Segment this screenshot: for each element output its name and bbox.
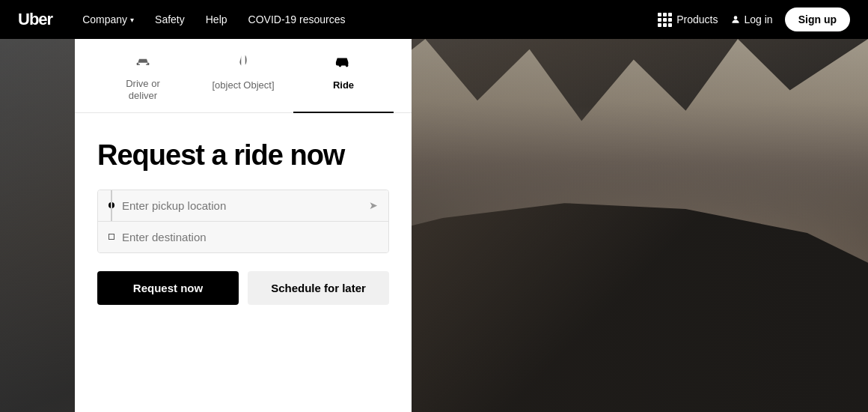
schedule-later-button[interactable]: Schedule for later — [248, 271, 389, 305]
nav-right: Products Log in Sign up — [658, 7, 850, 31]
user-icon — [730, 14, 741, 25]
destination-row[interactable] — [98, 221, 388, 252]
svg-point-0 — [733, 16, 737, 19]
navbar: Uber Company ▾ Safety Help COVID-19 reso… — [0, 0, 868, 39]
nav-products-link[interactable]: Products — [658, 13, 718, 27]
pickup-row[interactable]: ➤ — [98, 190, 388, 221]
nav-signup-button[interactable]: Sign up — [785, 7, 850, 31]
svg-point-6 — [346, 64, 349, 67]
svg-rect-4 — [146, 64, 147, 65]
svg-rect-1 — [137, 63, 139, 65]
chevron-down-icon: ▾ — [130, 16, 134, 24]
ride-card: Drive ordeliver [object Object] Ride Req… — [75, 39, 412, 412]
grid-icon — [658, 13, 672, 27]
tab-eat[interactable]: [object Object] — [193, 54, 293, 113]
nav-safety[interactable]: Safety — [146, 9, 194, 30]
svg-rect-3 — [138, 64, 140, 65]
hero-section: Drive ordeliver [object Object] Ride Req… — [0, 39, 868, 412]
location-arrow-icon[interactable]: ➤ — [369, 199, 378, 211]
logo[interactable]: Uber — [18, 10, 52, 29]
location-inputs: ➤ — [97, 190, 389, 253]
ride-icon — [334, 54, 352, 75]
nav-links: Company ▾ Safety Help COVID-19 resources — [73, 9, 658, 30]
svg-point-5 — [339, 64, 342, 67]
nav-help[interactable]: Help — [197, 9, 236, 30]
pickup-input[interactable] — [122, 199, 361, 212]
nav-covid[interactable]: COVID-19 resources — [239, 9, 355, 30]
destination-input[interactable] — [122, 231, 378, 243]
card-title: Request a ride now — [97, 140, 389, 172]
svg-rect-2 — [147, 63, 150, 65]
tab-drive[interactable]: Drive ordeliver — [93, 54, 193, 113]
service-tabs: Drive ordeliver [object Object] Ride — [75, 39, 412, 113]
drive-icon — [134, 54, 152, 73]
tab-ride[interactable]: Ride — [293, 54, 394, 113]
connector-line — [111, 190, 112, 222]
action-buttons: Request now Schedule for later — [97, 271, 389, 305]
nav-login-button[interactable]: Log in — [730, 13, 773, 25]
request-now-button[interactable]: Request now — [97, 271, 239, 305]
eat-icon — [235, 54, 251, 75]
destination-square-icon — [109, 234, 114, 240]
card-content: Request a ride now ➤ Request now Schedul… — [75, 113, 412, 327]
nav-company[interactable]: Company ▾ — [73, 9, 143, 30]
